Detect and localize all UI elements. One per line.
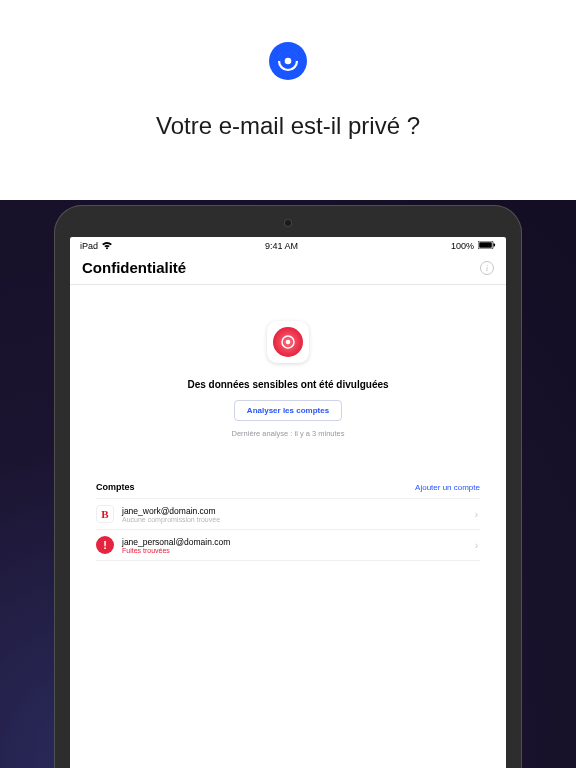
svg-rect-4 <box>479 242 492 248</box>
last-scan-text: Dernière analyse : il y a 3 minutes <box>90 429 486 438</box>
chevron-right-icon: › <box>473 540 480 551</box>
status-time: 9:41 AM <box>265 241 298 251</box>
marketing-headline: Votre e-mail est-il privé ? <box>0 112 576 140</box>
status-bar: iPad 9:41 AM 100% <box>70 237 506 253</box>
account-row[interactable]: !jane_personal@domain.comFuites trouvées… <box>96 529 480 561</box>
add-account-button[interactable]: Ajouter un compte <box>415 483 480 492</box>
info-icon[interactable]: i <box>480 261 494 275</box>
alert-message: Des données sensibles ont été divulguées <box>90 379 486 390</box>
battery-icon <box>478 241 496 251</box>
account-row[interactable]: Bjane_work@domain.comAucune compromissio… <box>96 498 480 529</box>
account-status: Aucune compromission trouvée <box>122 516 473 523</box>
ipad-camera <box>285 220 291 226</box>
warning-icon: ! <box>96 536 114 554</box>
svg-rect-5 <box>493 244 495 247</box>
account-email: jane_personal@domain.com <box>122 537 473 547</box>
wifi-icon <box>102 242 112 250</box>
ipad-frame: iPad 9:41 AM 100% Confidentialité i <box>54 205 522 768</box>
svg-point-7 <box>286 340 291 345</box>
account-email: jane_work@domain.com <box>122 506 473 516</box>
account-info: jane_personal@domain.comFuites trouvées <box>122 537 473 554</box>
page-title: Confidentialité <box>82 259 186 276</box>
brand-logo-icon <box>269 42 307 80</box>
battery-percent: 100% <box>451 241 474 251</box>
ipad-screen: iPad 9:41 AM 100% Confidentialité i <box>70 237 506 768</box>
chevron-right-icon: › <box>473 509 480 520</box>
navbar: Confidentialité i <box>70 253 506 285</box>
device-name: iPad <box>80 241 98 251</box>
scan-accounts-button[interactable]: Analyser les comptes <box>234 400 342 421</box>
accounts-section-label: Comptes <box>96 482 135 492</box>
account-status: Fuites trouvées <box>122 547 473 554</box>
svg-point-2 <box>106 247 108 249</box>
service-icon: B <box>96 505 114 523</box>
account-info: jane_work@domain.comAucune compromission… <box>122 506 473 523</box>
alert-app-icon <box>267 321 309 363</box>
svg-point-1 <box>285 58 292 65</box>
